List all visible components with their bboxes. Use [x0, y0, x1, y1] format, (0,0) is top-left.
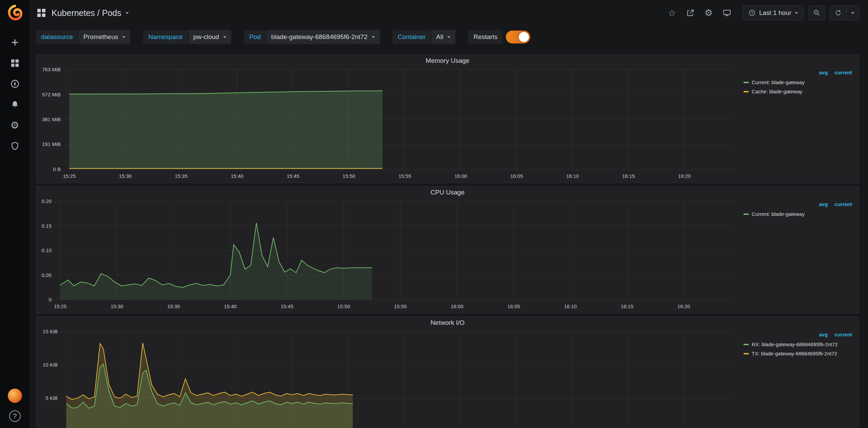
zoom-out-icon — [813, 9, 821, 17]
svg-text:763 MiB: 763 MiB — [42, 67, 61, 72]
filter-datasource-selected: Prometheus — [83, 33, 118, 41]
refresh-dashboard-button[interactable] — [830, 6, 846, 20]
svg-text:15:35: 15:35 — [175, 173, 188, 179]
svg-text:0 B: 0 B — [53, 166, 61, 172]
time-range-picker[interactable]: Last 1 hour — [743, 5, 804, 20]
svg-text:15:40: 15:40 — [231, 173, 243, 179]
svg-text:0.20: 0.20 — [42, 199, 52, 204]
panel-title[interactable]: Memory Usage — [426, 57, 470, 64]
legend-series-item[interactable]: Current: blade-gateway — [744, 211, 852, 217]
memory-usage-chart[interactable]: 15:2515:3015:3515:4015:4515:5015:5516:00… — [36, 67, 744, 183]
dashboard-grid-icon[interactable] — [36, 7, 47, 18]
dashboards-icon[interactable] — [10, 58, 20, 68]
network-io-chart[interactable]: 15:2515:3015:3515:4015:4515:5015:5516:00… — [36, 329, 744, 428]
svg-text:15:30: 15:30 — [119, 173, 132, 179]
panel-body: 15:2515:3015:3515:4015:4515:5015:5516:00… — [36, 329, 859, 428]
svg-text:16:10: 16:10 — [564, 303, 577, 309]
series-color-swatch — [744, 213, 749, 215]
refresh-button-group — [830, 5, 859, 20]
cycle-view-button[interactable] — [720, 6, 734, 20]
dashboard-settings-button[interactable]: ⚙ — [702, 6, 715, 20]
cpu-usage-chart[interactable]: 15:2515:3015:3515:4015:4515:5015:5516:00… — [36, 199, 744, 313]
svg-text:16:05: 16:05 — [510, 173, 523, 179]
page-title: Kubernetes / Pods — [52, 8, 121, 18]
svg-text:0.10: 0.10 — [42, 247, 52, 253]
svg-text:16:15: 16:15 — [621, 303, 634, 309]
star-dashboard-button[interactable]: ☆ — [665, 6, 679, 20]
panel-header: Network I/O — [36, 317, 859, 329]
panel-header: Memory Usage — [36, 55, 859, 67]
configuration-gear-icon[interactable]: ⚙ — [10, 120, 20, 130]
navbar-actions: ☆ ⚙ Last 1 hour — [665, 5, 859, 20]
navbar: Kubernetes / Pods ☆ ⚙ Last 1 hour — [29, 0, 868, 26]
legend-sort-current[interactable]: current — [834, 201, 852, 207]
chevron-down-icon — [223, 36, 226, 40]
gear-icon: ⚙ — [705, 7, 713, 18]
filter-pod-label: Pod — [244, 30, 266, 44]
refresh-interval-dropdown[interactable] — [846, 6, 859, 20]
svg-text:15:40: 15:40 — [224, 303, 237, 309]
dashboard-title[interactable]: Kubernetes / Pods — [52, 8, 129, 18]
series-name: Current: blade-gateway — [752, 79, 805, 85]
series-color-swatch — [744, 91, 749, 92]
legend-sort-avg[interactable]: avg — [819, 332, 828, 337]
grafana-logo-icon[interactable] — [6, 4, 23, 21]
server-admin-shield-icon[interactable] — [10, 141, 20, 151]
panel-memory-usage: Memory Usage 15:2515:3015:3515:4015:4515… — [36, 54, 859, 183]
main-area: Kubernetes / Pods ☆ ⚙ Last 1 hour — [29, 0, 868, 428]
svg-text:15:30: 15:30 — [111, 303, 123, 309]
chevron-down-icon — [851, 12, 854, 16]
cpu-usage-legend: avgcurrentCurrent: blade-gateway — [744, 199, 859, 313]
series-color-swatch — [744, 82, 749, 83]
legend-series-item[interactable]: RX: blade-gateway-68684695f6-2nt72 — [744, 341, 852, 347]
legend-sort-headers: avgcurrent — [744, 70, 852, 75]
panel-title[interactable]: CPU Usage — [431, 189, 465, 196]
panel-network-io: Network I/O 15:2515:3015:3515:4015:4515:… — [36, 316, 859, 428]
clock-icon — [748, 9, 756, 17]
series-color-swatch — [744, 353, 749, 354]
help-icon[interactable]: ? — [9, 410, 21, 422]
svg-text:0.15: 0.15 — [42, 223, 52, 229]
svg-text:16:05: 16:05 — [507, 303, 520, 309]
legend-sort-current[interactable]: current — [834, 332, 852, 337]
legend-series-item[interactable]: Cache: blade-gateway — [744, 89, 852, 94]
svg-text:0: 0 — [49, 297, 52, 302]
filter-restarts-label: Restarts — [468, 30, 502, 44]
filter-pod-value[interactable]: blade-gateway-68684695f6-2nt72 — [267, 30, 380, 44]
chevron-down-icon — [122, 36, 125, 40]
filter-container-value[interactable]: All — [431, 30, 455, 44]
svg-text:15:45: 15:45 — [281, 303, 294, 309]
panel-body: 15:2515:3015:3515:4015:4515:5015:5516:00… — [36, 199, 859, 313]
svg-text:16:20: 16:20 — [677, 303, 690, 309]
legend-sort-headers: avgcurrent — [744, 201, 852, 207]
create-plus-icon[interactable] — [10, 37, 20, 48]
restarts-toggle[interactable] — [506, 31, 530, 43]
filter-datasource-value[interactable]: Prometheus — [79, 30, 130, 44]
legend-sort-avg[interactable]: avg — [819, 201, 828, 207]
alerting-bell-icon[interactable] — [10, 99, 20, 110]
explore-compass-icon[interactable] — [10, 79, 20, 89]
series-color-swatch — [744, 344, 749, 345]
svg-text:16:00: 16:00 — [454, 173, 467, 179]
svg-text:15:35: 15:35 — [167, 303, 180, 309]
zoom-out-time-button[interactable] — [809, 5, 825, 20]
svg-text:15:25: 15:25 — [63, 173, 76, 179]
legend-sort-headers: avgcurrent — [744, 332, 852, 337]
sidebar-menu: ⚙ — [0, 37, 29, 151]
svg-text:191 MiB: 191 MiB — [42, 141, 61, 147]
panel-cpu-usage: CPU Usage 15:2515:3015:3515:4015:4515:50… — [36, 186, 859, 314]
filter-pod-selected: blade-gateway-68684695f6-2nt72 — [271, 33, 368, 41]
user-avatar[interactable] — [8, 389, 22, 403]
legend-sort-avg[interactable]: avg — [819, 70, 828, 75]
filter-namespace-value[interactable]: pw-cloud — [189, 30, 231, 44]
chevron-down-icon — [447, 36, 451, 40]
svg-text:15:45: 15:45 — [287, 173, 299, 179]
share-dashboard-button[interactable] — [684, 6, 697, 20]
series-name: TX: blade-gateway-68684695f6-2nt72 — [752, 351, 837, 356]
legend-series-item[interactable]: TX: blade-gateway-68684695f6-2nt72 — [744, 351, 852, 356]
svg-text:16:15: 16:15 — [622, 173, 635, 179]
legend-series-item[interactable]: Current: blade-gateway — [744, 79, 852, 85]
legend-sort-current[interactable]: current — [834, 70, 852, 75]
panel-title[interactable]: Network I/O — [431, 319, 465, 327]
svg-text:15:50: 15:50 — [342, 173, 355, 179]
